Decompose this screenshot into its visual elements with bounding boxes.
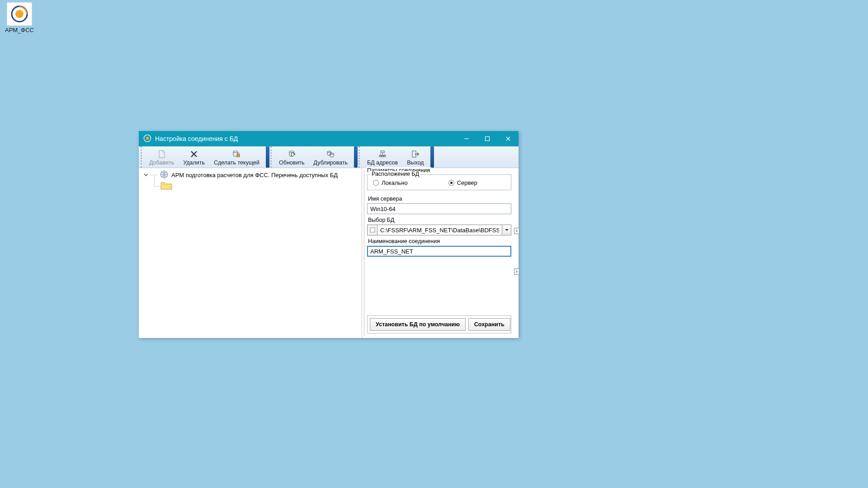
radio-icon: [373, 180, 379, 186]
db-browse-button[interactable]: [367, 225, 377, 235]
toolbar-duplicate-label: Дублировать: [314, 160, 348, 166]
radio-server-label: Сервер: [457, 179, 477, 186]
window-title: Настройка соединения с БД: [155, 135, 238, 142]
titlebar-app-icon: [143, 134, 151, 144]
svg-rect-12: [382, 155, 383, 157]
conn-name-input[interactable]: [367, 246, 511, 257]
toolbar: Добавить Удалить Сделать текущей: [139, 146, 519, 168]
document-new-icon: [158, 150, 166, 159]
toolbar-addr-db-button[interactable]: БД адресов: [363, 146, 402, 168]
db-settings-window: Настройка соединения с БД Добавить: [139, 131, 519, 338]
svg-rect-11: [379, 155, 381, 157]
toolbar-exit-button[interactable]: Выход: [402, 146, 428, 168]
scroll-handle-up[interactable]: ›: [514, 228, 519, 234]
toolbar-separator-handle[interactable]: [266, 146, 269, 168]
svg-rect-6: [237, 155, 240, 157]
tree-root-row[interactable]: АРМ подготовка расчетов для ФСС. Перечен…: [139, 170, 362, 180]
toolbar-duplicate-button[interactable]: Дублировать: [309, 146, 352, 168]
toolbar-delete-button[interactable]: Удалить: [179, 146, 209, 168]
radio-server[interactable]: Сервер: [448, 179, 477, 186]
toolbar-make-current-button[interactable]: Сделать текущей: [209, 146, 264, 168]
conn-name-label: Наименование соединения: [368, 238, 511, 244]
toolbar-exit-label: Выход: [407, 160, 424, 166]
globe-icon: [160, 170, 169, 180]
db-location-group: Расположение БД Локально Сервер: [367, 174, 511, 190]
close-button[interactable]: [498, 131, 519, 146]
desktop-shortcut-arm-fss[interactable]: АРМ_ФСС: [4, 2, 35, 33]
tree-root-label: АРМ подготовка расчетов для ФСС. Перечен…: [171, 172, 338, 178]
tree-child-folder[interactable]: [139, 180, 362, 192]
toolbar-refresh-button[interactable]: Обновить: [274, 146, 309, 168]
radio-icon: [448, 180, 454, 186]
db-path-dropdown-button[interactable]: [502, 225, 511, 235]
toolbar-add-label: Добавить: [149, 160, 174, 166]
radio-local[interactable]: Локально: [373, 179, 408, 186]
toolbar-add-button[interactable]: Добавить: [145, 146, 179, 168]
svg-point-9: [330, 153, 334, 154]
svg-point-8: [327, 151, 331, 152]
svg-point-5: [233, 151, 238, 153]
titlebar[interactable]: Настройка соединения с БД: [139, 131, 519, 146]
delete-x-icon: [190, 150, 198, 159]
toolbar-addr-db-label: БД адресов: [367, 160, 398, 166]
svg-point-1: [15, 10, 24, 18]
svg-point-3: [146, 136, 149, 140]
svg-rect-16: [370, 228, 375, 232]
exit-door-icon: [411, 150, 420, 159]
database-lock-icon: [232, 150, 241, 159]
scroll-handle-down[interactable]: ›: [514, 268, 519, 275]
toolbar-refresh-label: Обновить: [279, 160, 305, 166]
refresh-icon: [288, 150, 296, 159]
svg-rect-10: [381, 151, 384, 153]
toolbar-make-current-label: Сделать текущей: [214, 160, 259, 166]
db-path-input[interactable]: [377, 225, 502, 235]
minimize-button[interactable]: [456, 131, 477, 146]
svg-rect-13: [384, 155, 386, 157]
toolbar-separator-handle[interactable]: [354, 146, 358, 168]
connection-properties-panel: Параметры соединения Расположение БД Лок…: [362, 168, 519, 338]
tree-expander-icon[interactable]: [142, 171, 150, 178]
duplicate-icon: [326, 150, 335, 159]
db-location-legend: Расположение БД: [370, 171, 420, 177]
desktop-shortcut-label: АРМ_ФСС: [5, 27, 34, 33]
app-logo-icon: [7, 2, 32, 26]
folder-icon: [160, 181, 172, 192]
server-name-input[interactable]: [367, 203, 511, 214]
radio-local-label: Локально: [382, 179, 408, 186]
server-name-label: Имя сервера: [368, 196, 511, 202]
set-default-db-button[interactable]: Установить БД по умолчанию: [370, 318, 466, 331]
db-select-label: Выбор БД: [368, 217, 511, 223]
save-button[interactable]: Сохранить: [468, 318, 510, 331]
svg-rect-4: [486, 137, 490, 141]
toolbar-separator-handle[interactable]: [430, 146, 434, 168]
maximize-button[interactable]: [477, 131, 498, 146]
db-tree-view[interactable]: АРМ подготовка расчетов для ФСС. Перечен…: [139, 168, 362, 338]
database-network-icon: [378, 150, 387, 159]
toolbar-delete-label: Удалить: [183, 160, 205, 166]
